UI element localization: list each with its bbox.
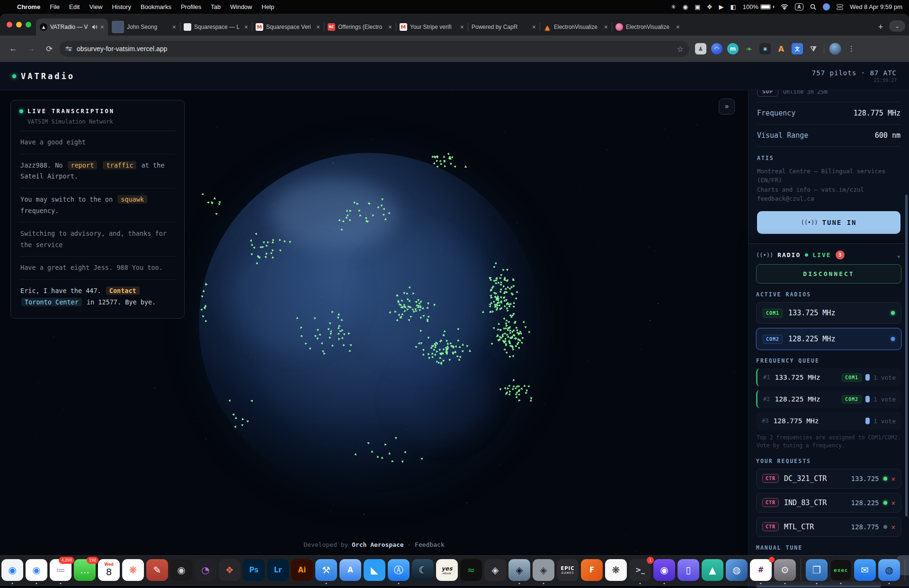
browser-tab[interactable]: MYour Stripe verifi×	[396, 18, 468, 36]
final-cut-pro-dock-icon[interactable]: ◔	[195, 559, 216, 581]
aircraft-marker[interactable]	[450, 163, 452, 165]
menu-view[interactable]: View	[84, 3, 107, 10]
mail-dock-icon[interactable]: ✉	[854, 559, 876, 581]
kindle-dock-icon[interactable]: ☾	[412, 559, 434, 581]
aircraft-marker[interactable]	[451, 155, 454, 159]
aircraft-marker[interactable]	[464, 165, 467, 168]
tab-close-icon[interactable]: ×	[100, 23, 104, 31]
aircraft-marker[interactable]	[438, 160, 442, 163]
printer-menu-icon[interactable]: ▣	[695, 3, 700, 10]
disconnect-button[interactable]: DISCONNECT	[756, 264, 901, 284]
queue-row[interactable]: #3128.775 MHz1 vote	[756, 412, 901, 430]
photos-dock-icon[interactable]: ❋	[122, 559, 144, 581]
wifi-icon[interactable]	[781, 4, 788, 10]
window-manager-dock-icon[interactable]: ❐	[806, 559, 828, 581]
url-text[interactable]: obsurvey-for-vatsim.vercel.app	[77, 45, 672, 53]
menu-window[interactable]: Window	[225, 3, 257, 10]
new-tab-button[interactable]: +	[874, 20, 887, 34]
menu-tab[interactable]: Tab	[206, 3, 225, 10]
openai-menu-icon[interactable]: ✳	[671, 3, 676, 10]
sidebar-scrollbar[interactable]	[905, 195, 908, 517]
dark-extension-icon[interactable]: ▣	[759, 43, 771, 54]
remove-request-icon[interactable]: ✕	[891, 523, 895, 531]
app-store-dock-icon[interactable]: Ⓐ	[388, 559, 410, 581]
queue-row[interactable]: #1133.725 MHzCOM11 vote	[756, 368, 901, 386]
browser-tab[interactable]: ▲ElectronVisualize×	[540, 18, 612, 36]
request-row[interactable]: CTRDC_321_CTR133.725✕	[756, 469, 901, 489]
browser-tab[interactable]: RCOfferings (Electro×	[324, 18, 396, 36]
aircraft-marker[interactable]	[443, 155, 446, 159]
screen-split-menu-icon[interactable]: ◧	[730, 3, 736, 10]
black-cube-dock-icon[interactable]: ◈	[484, 559, 506, 581]
menu-help[interactable]: Help	[257, 3, 279, 10]
aircraft-marker[interactable]	[431, 155, 434, 158]
radio-panel-header[interactable]: ((•)) RADIO LIVE 3 ⌄	[756, 249, 901, 264]
xcode-dock-icon[interactable]: A	[339, 559, 361, 581]
terminal-dock-icon[interactable]: >_1	[629, 559, 651, 581]
aircraft-marker[interactable]	[453, 165, 456, 168]
feedback-link[interactable]: Feedback	[415, 541, 445, 548]
zoom-window-button[interactable]	[26, 22, 31, 27]
tab-audio-icon[interactable]	[92, 24, 98, 30]
menu-file[interactable]: File	[45, 3, 64, 10]
aircraft-marker[interactable]	[433, 161, 436, 164]
request-row[interactable]: CTRIND_83_CTR128.225✕	[756, 493, 901, 513]
profile-avatar[interactable]	[829, 43, 841, 55]
unity-dock-icon[interactable]: ◈	[533, 559, 554, 581]
aircraft-marker[interactable]	[529, 396, 533, 400]
spotlight-search-icon[interactable]	[810, 4, 816, 10]
tab-close-icon[interactable]: ×	[316, 23, 320, 31]
messages-dock-icon[interactable]: …192	[74, 559, 96, 581]
unity-hub-dock-icon[interactable]: ◈	[508, 559, 530, 581]
request-row[interactable]: CTRMTL_CTR128.775✕	[756, 517, 901, 537]
yes-ebook-dock-icon[interactable]: yeseBook	[436, 559, 458, 581]
tab-close-icon[interactable]: ×	[172, 23, 176, 31]
menu-bookmarks[interactable]: Bookmarks	[136, 3, 176, 10]
close-window-button[interactable]	[7, 22, 12, 27]
aircraft-marker[interactable]	[530, 399, 533, 402]
aircraft-marker[interactable]	[435, 160, 438, 162]
omnibox[interactable]: obsurvey-for-vatsim.vercel.app ☆	[60, 41, 689, 57]
chevron-down-icon[interactable]: ⌄	[897, 251, 901, 258]
lightroom-dock-icon[interactable]: Lr	[267, 559, 289, 581]
menu-chrome[interactable]: Chrome	[12, 3, 45, 10]
back-button[interactable]: ←	[6, 41, 21, 56]
menubar-clock[interactable]: Wed 8 Apr 9:59 pm	[850, 3, 902, 10]
active-radio-row[interactable]: COM1133.725 MHz	[756, 302, 901, 324]
aircraft-marker[interactable]	[214, 197, 216, 199]
cursor-menu-icon[interactable]: ◉	[683, 3, 688, 10]
film-reel-dock-icon[interactable]: ◉	[170, 559, 192, 581]
forward-button[interactable]: →	[24, 41, 39, 56]
aircraft-marker[interactable]	[440, 163, 443, 165]
battery-indicator[interactable]: 100%	[743, 3, 774, 10]
leaf-extension-icon[interactable]: ❧	[743, 43, 755, 54]
chrome-menu-icon[interactable]: ⋮	[846, 45, 857, 53]
active-radio-row[interactable]: COM2128.225 MHz	[756, 328, 901, 350]
hammer-tool-dock-icon[interactable]: ⚒	[315, 559, 337, 581]
tab-close-icon[interactable]: ×	[676, 23, 680, 31]
bear-dock-icon[interactable]: ✎	[146, 559, 168, 581]
phone-mirroring-dock-icon[interactable]: ▯	[677, 559, 699, 581]
spatial-menu-icon[interactable]: ✥	[707, 3, 713, 10]
queue-row[interactable]: #2128.225 MHzCOM21 vote	[756, 390, 901, 408]
aircraft-marker[interactable]	[201, 192, 205, 196]
browser-tab[interactable]: ⊕Powered by CapR×	[468, 18, 540, 36]
browser-tab[interactable]: ElectronVisualize×	[612, 18, 684, 36]
minimize-window-button[interactable]	[16, 22, 22, 27]
vscode-dock-icon[interactable]: ◣	[364, 559, 385, 581]
browser-tab[interactable]: Squarespace — L×	[180, 18, 252, 36]
tab-close-icon[interactable]: ×	[244, 23, 248, 31]
chrome-dock-icon[interactable]: ◉	[26, 559, 47, 581]
aircraft-marker[interactable]	[214, 212, 217, 215]
nordvpn-dock-icon[interactable]: ▲	[702, 559, 723, 581]
browser-tab[interactable]: MSquarespace Veri×	[252, 18, 324, 36]
fusion-360-dock-icon[interactable]: F	[581, 559, 603, 581]
chatgpt-dock-icon[interactable]: ❋	[605, 559, 627, 581]
aircraft-marker[interactable]	[218, 200, 221, 204]
m-circle-extension-icon[interactable]: m	[727, 43, 739, 54]
browser-tab[interactable]: John Seong×	[108, 18, 180, 36]
menu-profiles[interactable]: Profiles	[176, 3, 206, 10]
exec-dock-icon[interactable]: exec	[830, 559, 852, 581]
calendar-dock-icon[interactable]: Wed8	[98, 559, 120, 581]
play-circle-menu-icon[interactable]: ▶	[719, 3, 723, 10]
